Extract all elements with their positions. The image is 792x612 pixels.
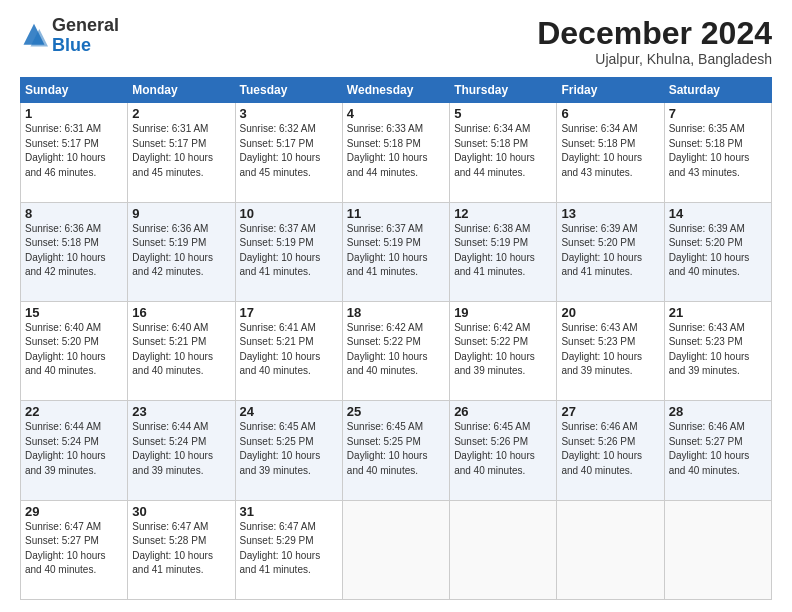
calendar-cell: 1 Sunrise: 6:31 AMSunset: 5:17 PMDayligh… (21, 103, 128, 202)
calendar-cell: 31 Sunrise: 6:47 AMSunset: 5:29 PMDaylig… (235, 500, 342, 599)
weekday-header-cell: Friday (557, 78, 664, 103)
day-info: Sunrise: 6:46 AMSunset: 5:26 PMDaylight:… (561, 421, 642, 476)
calendar-cell: 29 Sunrise: 6:47 AMSunset: 5:27 PMDaylig… (21, 500, 128, 599)
day-number: 3 (240, 106, 338, 121)
logo: General Blue (20, 16, 119, 56)
day-number: 24 (240, 404, 338, 419)
calendar-week-row: 29 Sunrise: 6:47 AMSunset: 5:27 PMDaylig… (21, 500, 772, 599)
day-number: 17 (240, 305, 338, 320)
day-number: 7 (669, 106, 767, 121)
day-info: Sunrise: 6:45 AMSunset: 5:25 PMDaylight:… (240, 421, 321, 476)
logo-blue-text: Blue (52, 35, 91, 55)
day-number: 13 (561, 206, 659, 221)
calendar-cell: 22 Sunrise: 6:44 AMSunset: 5:24 PMDaylig… (21, 401, 128, 500)
calendar-cell: 8 Sunrise: 6:36 AMSunset: 5:18 PMDayligh… (21, 202, 128, 301)
day-number: 5 (454, 106, 552, 121)
day-number: 12 (454, 206, 552, 221)
day-number: 16 (132, 305, 230, 320)
day-number: 25 (347, 404, 445, 419)
day-number: 2 (132, 106, 230, 121)
calendar-week-row: 22 Sunrise: 6:44 AMSunset: 5:24 PMDaylig… (21, 401, 772, 500)
calendar-cell (664, 500, 771, 599)
weekday-header-cell: Thursday (450, 78, 557, 103)
day-number: 14 (669, 206, 767, 221)
calendar-cell: 17 Sunrise: 6:41 AMSunset: 5:21 PMDaylig… (235, 301, 342, 400)
calendar-cell: 26 Sunrise: 6:45 AMSunset: 5:26 PMDaylig… (450, 401, 557, 500)
day-number: 8 (25, 206, 123, 221)
calendar-cell: 19 Sunrise: 6:42 AMSunset: 5:22 PMDaylig… (450, 301, 557, 400)
day-info: Sunrise: 6:47 AMSunset: 5:28 PMDaylight:… (132, 521, 213, 576)
day-info: Sunrise: 6:43 AMSunset: 5:23 PMDaylight:… (561, 322, 642, 377)
calendar-cell (342, 500, 449, 599)
day-info: Sunrise: 6:31 AMSunset: 5:17 PMDaylight:… (132, 123, 213, 178)
calendar-week-row: 8 Sunrise: 6:36 AMSunset: 5:18 PMDayligh… (21, 202, 772, 301)
day-number: 31 (240, 504, 338, 519)
day-info: Sunrise: 6:45 AMSunset: 5:26 PMDaylight:… (454, 421, 535, 476)
day-info: Sunrise: 6:44 AMSunset: 5:24 PMDaylight:… (25, 421, 106, 476)
day-number: 10 (240, 206, 338, 221)
calendar-week-row: 1 Sunrise: 6:31 AMSunset: 5:17 PMDayligh… (21, 103, 772, 202)
calendar-week-row: 15 Sunrise: 6:40 AMSunset: 5:20 PMDaylig… (21, 301, 772, 400)
day-number: 26 (454, 404, 552, 419)
calendar-cell: 23 Sunrise: 6:44 AMSunset: 5:24 PMDaylig… (128, 401, 235, 500)
day-number: 23 (132, 404, 230, 419)
day-number: 4 (347, 106, 445, 121)
day-number: 19 (454, 305, 552, 320)
day-info: Sunrise: 6:39 AMSunset: 5:20 PMDaylight:… (561, 223, 642, 278)
logo-icon (20, 22, 48, 50)
title-block: December 2024 Ujalpur, Khulna, Banglades… (537, 16, 772, 67)
day-number: 18 (347, 305, 445, 320)
calendar-cell: 13 Sunrise: 6:39 AMSunset: 5:20 PMDaylig… (557, 202, 664, 301)
location: Ujalpur, Khulna, Bangladesh (537, 51, 772, 67)
day-info: Sunrise: 6:34 AMSunset: 5:18 PMDaylight:… (454, 123, 535, 178)
day-info: Sunrise: 6:37 AMSunset: 5:19 PMDaylight:… (240, 223, 321, 278)
weekday-header-cell: Wednesday (342, 78, 449, 103)
calendar-cell: 4 Sunrise: 6:33 AMSunset: 5:18 PMDayligh… (342, 103, 449, 202)
day-info: Sunrise: 6:31 AMSunset: 5:17 PMDaylight:… (25, 123, 106, 178)
day-info: Sunrise: 6:41 AMSunset: 5:21 PMDaylight:… (240, 322, 321, 377)
day-info: Sunrise: 6:35 AMSunset: 5:18 PMDaylight:… (669, 123, 750, 178)
day-number: 27 (561, 404, 659, 419)
day-number: 6 (561, 106, 659, 121)
day-number: 28 (669, 404, 767, 419)
day-number: 21 (669, 305, 767, 320)
calendar-cell: 7 Sunrise: 6:35 AMSunset: 5:18 PMDayligh… (664, 103, 771, 202)
day-info: Sunrise: 6:32 AMSunset: 5:17 PMDaylight:… (240, 123, 321, 178)
day-info: Sunrise: 6:46 AMSunset: 5:27 PMDaylight:… (669, 421, 750, 476)
weekday-header-cell: Sunday (21, 78, 128, 103)
calendar-cell: 25 Sunrise: 6:45 AMSunset: 5:25 PMDaylig… (342, 401, 449, 500)
weekday-header-cell: Monday (128, 78, 235, 103)
calendar-cell: 21 Sunrise: 6:43 AMSunset: 5:23 PMDaylig… (664, 301, 771, 400)
day-info: Sunrise: 6:40 AMSunset: 5:20 PMDaylight:… (25, 322, 106, 377)
day-info: Sunrise: 6:43 AMSunset: 5:23 PMDaylight:… (669, 322, 750, 377)
day-number: 29 (25, 504, 123, 519)
day-info: Sunrise: 6:33 AMSunset: 5:18 PMDaylight:… (347, 123, 428, 178)
calendar-cell: 9 Sunrise: 6:36 AMSunset: 5:19 PMDayligh… (128, 202, 235, 301)
calendar-cell: 15 Sunrise: 6:40 AMSunset: 5:20 PMDaylig… (21, 301, 128, 400)
day-number: 9 (132, 206, 230, 221)
day-info: Sunrise: 6:42 AMSunset: 5:22 PMDaylight:… (347, 322, 428, 377)
day-number: 30 (132, 504, 230, 519)
calendar-cell: 27 Sunrise: 6:46 AMSunset: 5:26 PMDaylig… (557, 401, 664, 500)
day-info: Sunrise: 6:38 AMSunset: 5:19 PMDaylight:… (454, 223, 535, 278)
calendar-cell: 3 Sunrise: 6:32 AMSunset: 5:17 PMDayligh… (235, 103, 342, 202)
day-number: 22 (25, 404, 123, 419)
day-info: Sunrise: 6:44 AMSunset: 5:24 PMDaylight:… (132, 421, 213, 476)
calendar-cell: 28 Sunrise: 6:46 AMSunset: 5:27 PMDaylig… (664, 401, 771, 500)
calendar-cell (450, 500, 557, 599)
calendar-cell: 10 Sunrise: 6:37 AMSunset: 5:19 PMDaylig… (235, 202, 342, 301)
day-number: 1 (25, 106, 123, 121)
day-number: 11 (347, 206, 445, 221)
calendar-cell: 24 Sunrise: 6:45 AMSunset: 5:25 PMDaylig… (235, 401, 342, 500)
day-info: Sunrise: 6:37 AMSunset: 5:19 PMDaylight:… (347, 223, 428, 278)
calendar-cell: 6 Sunrise: 6:34 AMSunset: 5:18 PMDayligh… (557, 103, 664, 202)
day-info: Sunrise: 6:34 AMSunset: 5:18 PMDaylight:… (561, 123, 642, 178)
day-info: Sunrise: 6:47 AMSunset: 5:29 PMDaylight:… (240, 521, 321, 576)
day-info: Sunrise: 6:47 AMSunset: 5:27 PMDaylight:… (25, 521, 106, 576)
weekday-header-cell: Saturday (664, 78, 771, 103)
weekday-header-row: SundayMondayTuesdayWednesdayThursdayFrid… (21, 78, 772, 103)
calendar-cell: 14 Sunrise: 6:39 AMSunset: 5:20 PMDaylig… (664, 202, 771, 301)
page: General Blue December 2024 Ujalpur, Khul… (0, 0, 792, 612)
day-info: Sunrise: 6:36 AMSunset: 5:19 PMDaylight:… (132, 223, 213, 278)
day-info: Sunrise: 6:42 AMSunset: 5:22 PMDaylight:… (454, 322, 535, 377)
